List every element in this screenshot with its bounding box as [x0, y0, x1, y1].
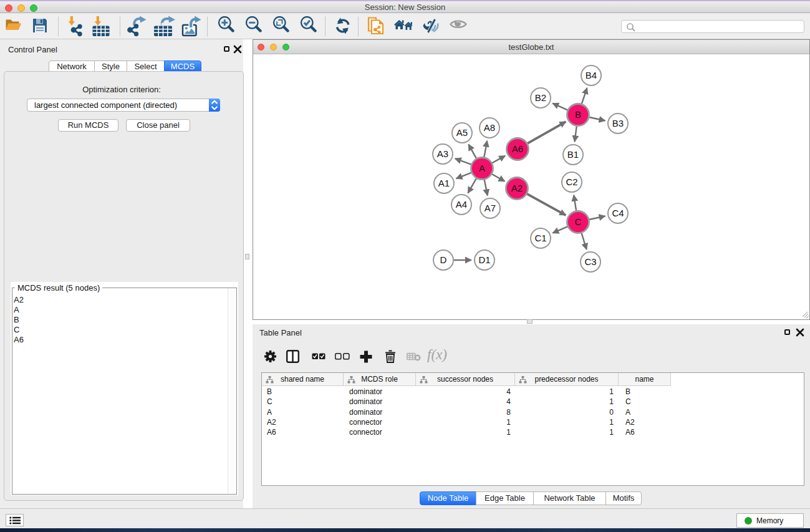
svg-text:D1: D1	[478, 254, 490, 265]
svg-text:A: A	[479, 163, 485, 173]
svg-text:B3: B3	[612, 118, 624, 128]
svg-text:B: B	[575, 109, 581, 120]
svg-text:C: C	[575, 216, 582, 227]
svg-text:B2: B2	[535, 92, 546, 103]
svg-text:A4: A4	[456, 199, 467, 210]
svg-text:C4: C4	[612, 208, 624, 218]
svg-text:A8: A8	[484, 122, 495, 133]
svg-text:C1: C1	[534, 233, 546, 243]
svg-text:A7: A7	[485, 203, 496, 213]
svg-text:B4: B4	[586, 70, 597, 80]
svg-text:B1: B1	[567, 149, 579, 160]
svg-text:A1: A1	[438, 178, 450, 188]
svg-text:A3: A3	[437, 148, 448, 159]
svg-text:D: D	[440, 254, 447, 265]
svg-text:C3: C3	[584, 256, 596, 267]
svg-text:C2: C2	[566, 177, 577, 187]
svg-text:A6: A6	[512, 143, 523, 154]
svg-text:A2: A2	[511, 183, 523, 193]
svg-text:A5: A5	[456, 127, 468, 138]
